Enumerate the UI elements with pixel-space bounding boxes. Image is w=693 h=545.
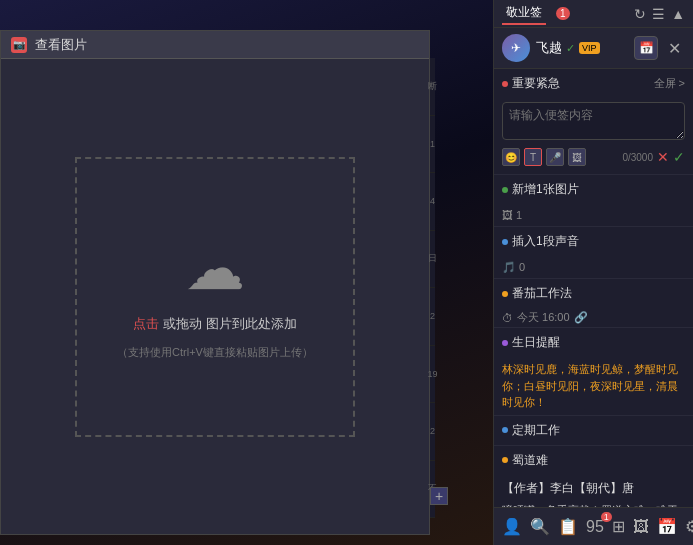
urgent-input-area: 😊 T 🎤 🖼 0/3000 ✕ ✓: [494, 98, 693, 174]
section-poem-title: 蜀道难: [512, 452, 685, 469]
poem-author: 【作者】李白【朝代】唐: [502, 479, 685, 498]
bottom-search-icon[interactable]: 🔍: [526, 515, 554, 538]
num-3: 4: [430, 173, 435, 231]
bottom-95-badge[interactable]: 95 1: [582, 516, 608, 538]
vip-badge: VIP: [579, 42, 600, 54]
section-birthday-title: 生日提醒: [512, 334, 685, 351]
section-voice: 插入1段声音 🎵 0: [494, 227, 693, 279]
image-viewer-panel: 📷 查看图片 ☁ 点击 或拖动 图片到此处添加 （支持使用Ctrl+V键直接粘贴…: [0, 30, 430, 535]
tomato-time: 今天 16:00: [517, 310, 570, 325]
section-periodic-work: 定期工作: [494, 416, 693, 446]
section-work-header[interactable]: 定期工作: [494, 416, 693, 445]
close-sidebar-button[interactable]: ✕: [664, 39, 685, 58]
section-urgent-header: 重要紧急 全屏 >: [494, 69, 693, 98]
menu-icon[interactable]: ☰: [652, 6, 665, 22]
section-image-title: 新增1张图片: [512, 181, 685, 198]
section-voice-header[interactable]: 插入1段声音: [494, 227, 693, 256]
bottom-person-icon[interactable]: 👤: [498, 515, 526, 538]
section-urgent: 重要紧急 全屏 > 😊 T 🎤 🖼 0/3000 ✕ ✓: [494, 69, 693, 175]
section-voice-title: 插入1段声音: [512, 233, 685, 250]
bottom-notes-icon[interactable]: 📋: [554, 515, 582, 538]
bottom-settings-icon[interactable]: ⚙: [681, 515, 693, 538]
viewer-content: ☁ 点击 或拖动 图片到此处添加 （支持使用Ctrl+V键直接粘贴图片上传）: [1, 59, 429, 534]
upload-cloud-icon: ☁: [185, 233, 245, 303]
section-tomato-title: 番茄工作法: [512, 285, 685, 302]
section-urgent-title: 重要紧急: [512, 75, 650, 92]
upload-hint: （支持使用Ctrl+V键直接粘贴图片上传）: [117, 345, 313, 360]
header-tabs: 敬业签 1: [502, 2, 570, 25]
user-row: ✈ 飞越 ✓ VIP 📅 ✕: [494, 28, 693, 69]
char-count: 0/3000: [622, 152, 653, 163]
clear-button[interactable]: ✕: [657, 149, 669, 165]
sidebar-header: 敬业签 1 ↻ ☰ ▲: [494, 0, 693, 28]
section-urgent-action[interactable]: 全屏 >: [654, 76, 685, 91]
sidebar-content: 重要紧急 全屏 > 😊 T 🎤 🖼 0/3000 ✕ ✓ 新增: [494, 69, 693, 507]
sidebar-panel: 敬业签 1 ↻ ☰ ▲ ✈ 飞越 ✓ VIP 📅 ✕ 重要紧急 全屏 >: [493, 0, 693, 545]
sidebar-bottom-toolbar: 👤 🔍 📋 95 1 ⊞ 🖼 📅 ⚙ ⋮: [494, 507, 693, 545]
section-poem-header[interactable]: 蜀道难: [494, 446, 693, 475]
section-birthday: 生日提醒 林深时见鹿，海蓝时见鲸，梦醒时见你；白昼时见阳，夜深时见星，清晨时见你…: [494, 328, 693, 416]
section-dot-voice: [502, 239, 508, 245]
toolbar-icon-mic[interactable]: 🎤: [546, 148, 564, 166]
section-work-title: 定期工作: [512, 422, 685, 439]
viewer-logo-icon: 📷: [11, 37, 27, 53]
upload-end-text: 图片到此处添加: [206, 316, 297, 331]
section-new-image-header[interactable]: 新增1张图片: [494, 175, 693, 204]
upload-drop-area[interactable]: ☁ 点击 或拖动 图片到此处添加 （支持使用Ctrl+V键直接粘贴图片上传）: [75, 157, 355, 437]
urgent-input[interactable]: [502, 102, 685, 140]
section-voice-count: 🎵 0: [494, 256, 693, 278]
verify-icon: ✓: [566, 42, 575, 55]
section-dot-urgent: [502, 81, 508, 87]
user-name-area: 飞越 ✓ VIP: [536, 39, 628, 57]
upload-drag-text: 或拖动: [163, 316, 202, 331]
left-numbers-strip: 断 1 4 日 2 19 2 不: [430, 58, 435, 518]
section-image-count: 🖼 1: [494, 204, 693, 226]
username-text: 飞越: [536, 39, 562, 57]
num-4: 日: [430, 231, 435, 289]
user-avatar: ✈: [502, 34, 530, 62]
section-tomato-meta: ⏱ 今天 16:00 🔗: [494, 308, 693, 327]
toolbar-icon-text[interactable]: T: [524, 148, 542, 166]
tab-badge: 1: [556, 7, 570, 20]
tab-jieyeqian[interactable]: 敬业签: [502, 2, 546, 25]
num-1: 断: [430, 58, 435, 116]
section-poem: 蜀道难 【作者】李白【朝代】唐 噫吁嚱，危乎高哉！蜀道之难，难于上青天！蚕丛及鱼…: [494, 446, 693, 508]
num-2: 1: [430, 116, 435, 174]
refresh-icon[interactable]: ↻: [634, 6, 646, 22]
viewer-title: 查看图片: [35, 36, 87, 54]
section-dot-tomato: [502, 291, 508, 297]
add-button[interactable]: +: [430, 487, 448, 505]
tomato-clock-icon: ⏱: [502, 312, 513, 324]
toolbar-icon-img[interactable]: 🖼: [568, 148, 586, 166]
upload-click-text[interactable]: 点击: [133, 316, 159, 331]
toggle-icon[interactable]: ▲: [671, 6, 685, 22]
poem-content: 【作者】李白【朝代】唐 噫吁嚱，危乎高哉！蜀道之难，难于上青天！蚕丛及鱼凫，开国…: [494, 475, 693, 508]
section-tomato-header[interactable]: 番茄工作法: [494, 279, 693, 308]
section-dot-image: [502, 187, 508, 193]
section-birthday-header[interactable]: 生日提醒: [494, 328, 693, 357]
section-dot-poem: [502, 457, 508, 463]
confirm-button[interactable]: ✓: [673, 149, 685, 165]
calendar-button[interactable]: 📅: [634, 36, 658, 60]
num-7: 2: [430, 403, 435, 461]
upload-text: 点击 或拖动 图片到此处添加: [133, 315, 296, 333]
header-controls: ↻ ☰ ▲: [634, 6, 685, 22]
input-toolbar: 😊 T 🎤 🖼 0/3000 ✕ ✓: [502, 144, 685, 170]
tomato-link-icon: 🔗: [574, 311, 588, 324]
user-name-display: 飞越 ✓ VIP: [536, 39, 628, 57]
section-new-image: 新增1张图片 🖼 1: [494, 175, 693, 227]
section-dot-birthday: [502, 340, 508, 346]
bottom-image-icon[interactable]: 🖼: [629, 516, 653, 538]
num-6: 19: [430, 346, 435, 404]
num-5: 2: [430, 288, 435, 346]
toolbar-icon-face[interactable]: 😊: [502, 148, 520, 166]
bottom-calendar-icon[interactable]: 📅: [653, 515, 681, 538]
bottom-95-count: 1: [601, 512, 612, 522]
birthday-text: 林深时见鹿，海蓝时见鲸，梦醒时见你；白昼时见阳，夜深时见星，清晨时见你！: [494, 357, 693, 415]
section-dot-work: [502, 427, 508, 433]
viewer-titlebar: 📷 查看图片: [1, 31, 429, 59]
section-tomato: 番茄工作法 ⏱ 今天 16:00 🔗: [494, 279, 693, 328]
